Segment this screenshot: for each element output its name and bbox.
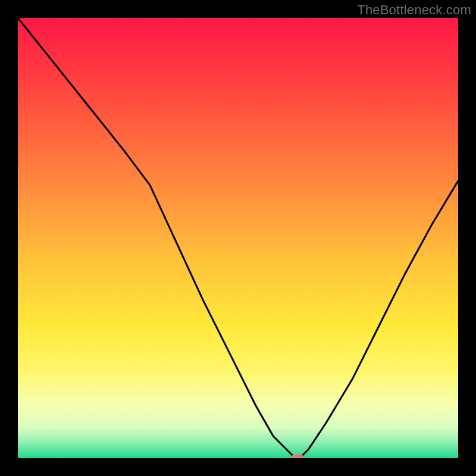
bottleneck-plot: [18, 18, 458, 458]
optimal-point-marker: [291, 455, 304, 458]
chart-frame: TheBottleneck.com: [0, 0, 476, 476]
gradient-background: [18, 18, 458, 458]
watermark-label: TheBottleneck.com: [357, 2, 471, 18]
